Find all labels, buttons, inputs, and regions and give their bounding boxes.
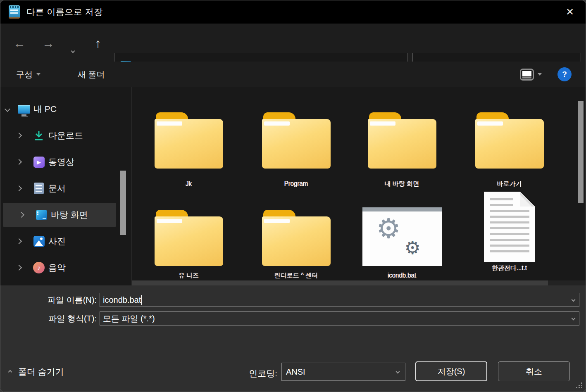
folder-icon [262,112,331,169]
up-button[interactable]: ↑ [88,33,108,53]
cancel-button[interactable]: 취소 [498,361,570,381]
file-label: Program [284,180,308,188]
expander-icon[interactable] [12,186,26,190]
file-list-horizontal-scrollbar[interactable] [132,280,586,285]
sidebar-item-label: 내 PC [33,103,57,115]
sidebar-scrollbar[interactable] [120,171,126,235]
text-caret [141,295,142,305]
sidebar-item-desktop[interactable]: 바탕 화면 [3,203,116,227]
file-list: Jk Program 내 바탕 화면 바로가기 유 니즈 린더로드 ^ 센터 [132,87,586,285]
change-view-button[interactable] [520,69,542,81]
gear-icon: ⚙ [376,215,401,242]
file-label: 린더로드 ^ 센터 [274,272,318,280]
filetype-select[interactable]: 모든 파일 (*.*) [100,311,579,325]
file-tile[interactable]: 한관전다...t.t [456,186,563,272]
new-folder-button[interactable]: 새 폴더 [78,69,105,80]
resize-grip[interactable] [576,382,582,388]
sidebar-item-documents[interactable]: 문서 [0,176,131,200]
organize-label: 구성 [16,69,33,80]
notepad-icon [9,5,20,19]
forward-button[interactable]: → [38,33,58,53]
scrollbar-thumb[interactable] [132,280,548,285]
gear-icon: ⚙ [405,239,421,257]
sidebar-item-label: 동영상 [48,156,74,168]
sidebar-item-label: 바탕 화면 [51,209,88,221]
sidebar-item-label: 사진 [48,235,66,247]
expander-icon[interactable] [12,239,26,243]
text-document-icon [484,192,535,262]
sidebar-item-pictures[interactable]: 사진 [0,229,131,253]
back-button[interactable]: ← [10,33,29,53]
file-tile[interactable]: 유 니즈 [135,194,242,280]
music-icon: ♪ [29,262,48,273]
file-tile[interactable]: 바로가기 [456,96,563,188]
downloads-icon [29,130,48,141]
hide-folders-label: 폴더 숨기기 [18,366,64,378]
dropdown-arrow-icon [36,73,40,76]
sidebar-item-music[interactable]: ♪ 음악 [0,256,131,280]
navigation-pane: 내 PC 다운로드 ▶ 동영상 문서 바탕 [0,87,131,285]
dropdown-arrow-icon [538,73,542,76]
recent-locations-button[interactable] [66,38,80,49]
chevron-down-icon[interactable] [572,298,576,302]
encoding-value: ANSI [286,367,305,377]
content-area: 내 PC 다운로드 ▶ 동영상 문서 바탕 [0,87,586,285]
window-title: 다른 이름으로 저장 [26,6,103,18]
new-folder-label: 새 폴더 [78,69,105,80]
sidebar-item-label: 음악 [48,262,66,273]
batch-file-icon: ⚙⚙ [362,207,442,266]
sidebar-item-label: 문서 [48,183,66,194]
hide-folders-button[interactable]: 폴더 숨기기 [9,366,64,378]
encoding-select[interactable]: ANSI [281,363,405,381]
title-bar: 다른 이름으로 저장 ✕ [0,0,586,24]
folder-icon [475,112,544,169]
chevron-down-icon [396,370,400,374]
chevron-up-icon [8,370,12,374]
expander-icon[interactable] [0,107,14,111]
folder-icon [262,210,331,266]
close-button[interactable]: ✕ [561,5,579,19]
expander-icon[interactable] [12,133,26,138]
documents-icon [29,183,48,194]
file-tile[interactable]: 내 바탕 화면 [348,96,455,188]
folder-icon [368,112,436,169]
sidebar-item-this-pc[interactable]: 내 PC [0,97,131,121]
this-pc-icon [14,105,33,114]
sidebar-item-label: 다운로드 [48,130,83,141]
file-label: 유 니즈 [179,272,199,280]
pictures-icon [29,236,48,247]
save-button[interactable]: 저장(S) [415,361,487,381]
help-button[interactable]: ? [557,67,572,81]
filename-value: icondb.bat [103,295,141,305]
sidebar-item-videos[interactable]: ▶ 동영상 [0,150,131,174]
view-mode-icon [520,69,534,81]
file-tile[interactable]: 린더로드 ^ 센터 [243,194,350,280]
file-label: 내 바탕 화면 [385,180,419,188]
expander-icon[interactable] [14,213,29,217]
chevron-down-icon [71,49,75,53]
file-tile[interactable]: Jk [135,96,242,187]
save-as-dialog: 다른 이름으로 저장 ✕ ← → ↑ › 내 PC › 바탕 화면 › ⟳ 바탕… [0,0,586,392]
filetype-label: 파일 형식(T): [0,313,100,324]
file-label: Jk [186,180,192,188]
file-label: 한관전다...t.t [492,264,527,273]
folder-icon [155,210,223,266]
navigation-bar: ← → ↑ › 내 PC › 바탕 화면 › ⟳ 바탕 화면 검색 [0,24,586,62]
command-toolbar: 구성 새 폴더 ? [0,62,586,87]
filename-input[interactable]: icondb.bat [100,293,579,307]
sidebar-item-downloads[interactable]: 다운로드 [0,124,131,147]
expander-icon[interactable] [12,160,26,164]
desktop-icon [32,210,51,220]
chevron-down-icon[interactable] [572,316,576,321]
bottom-panel: 파일 이름(N): icondb.bat 파일 형식(T): 모든 파일 (*.… [0,285,586,392]
file-list-vertical-scrollbar[interactable] [578,101,584,203]
filename-label: 파일 이름(N): [0,295,100,306]
encoding-label: 인코딩: [249,368,277,379]
folder-icon [155,112,223,169]
file-tile[interactable]: ⚙⚙ icondb.bat [348,194,455,279]
videos-icon: ▶ [29,157,48,168]
expander-icon[interactable] [12,266,26,270]
file-tile[interactable]: Program [243,96,350,187]
organize-button[interactable]: 구성 [16,69,40,80]
file-label: icondb.bat [388,272,416,279]
